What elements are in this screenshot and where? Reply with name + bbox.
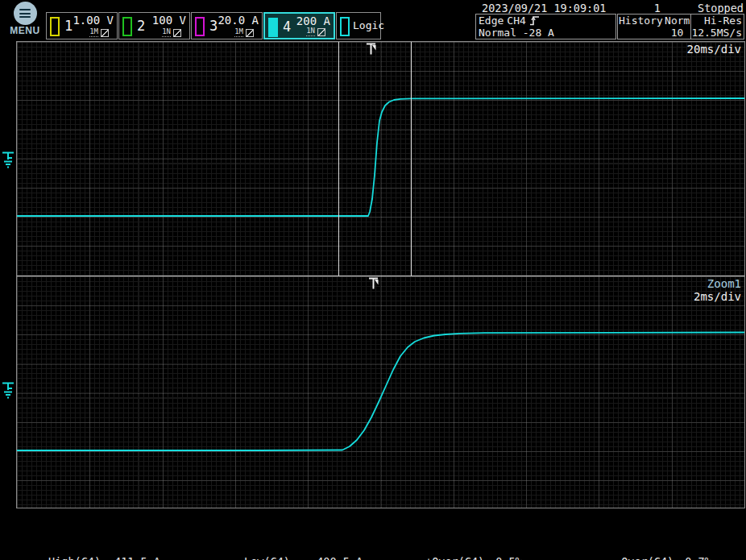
ch4-ground-marker-zoom[interactable] bbox=[1, 380, 16, 400]
menu-label: MENU bbox=[8, 25, 42, 36]
trigger-source: CH4 bbox=[507, 15, 525, 27]
channel-1-color-bar bbox=[50, 17, 60, 36]
channel-1-number: 1 bbox=[64, 18, 73, 34]
datetime: 2023/09/21 19:09:01 bbox=[482, 2, 606, 15]
acquisition-info-box[interactable]: History Norm 10 Hi-Res 12.5MS/s bbox=[617, 14, 744, 39]
channel-4-icons: 1N bbox=[306, 27, 325, 36]
impedance-icon: 1N bbox=[306, 27, 315, 36]
trigger-line2: Normal -28 A bbox=[479, 27, 613, 39]
channel-box-2[interactable]: 2 100 V 1N bbox=[118, 12, 190, 39]
measurement-low: Low(C4)-400.5 A bbox=[244, 555, 363, 560]
measurement-column-1: High(C4)411.5 A Rise(C4)1.62672ms bbox=[48, 529, 173, 560]
zoom-region-right-line[interactable] bbox=[411, 42, 412, 276]
main-waveform-window[interactable]: 20ms/div bbox=[17, 42, 744, 276]
impedance-icon: 1M bbox=[234, 28, 243, 37]
main-timebase-label: 20ms/div bbox=[687, 43, 741, 56]
channel-4-color-bar bbox=[268, 18, 278, 37]
measurement-column-2: Low(C4)-400.5 A Fall(C4)***** bbox=[244, 529, 363, 560]
acquisition-count: 1 bbox=[628, 2, 661, 15]
probe-icon bbox=[101, 29, 109, 37]
sample-rate: 12.5MS/s bbox=[691, 27, 742, 39]
history-count: 10 bbox=[619, 27, 690, 39]
zoom-timebase-label: 2ms/div bbox=[694, 290, 741, 303]
channel-4-scale: 200 A bbox=[296, 15, 330, 27]
ch4-trace-main bbox=[17, 42, 744, 276]
zoom-trigger-position-marker[interactable] bbox=[368, 277, 379, 290]
measurement-column-4: -Over(C4)0.7% bbox=[615, 529, 711, 560]
measurement-pover: +Over(C4)0.5% bbox=[425, 555, 522, 560]
measurement-value: 0.5% bbox=[484, 555, 522, 560]
channel-1-scale: 1.00 V bbox=[73, 14, 114, 27]
measurement-label: +Over(C4) bbox=[425, 555, 484, 560]
zoom-window-title: Zoom1 bbox=[707, 277, 741, 290]
channel-2-scale: 100 V bbox=[152, 14, 186, 27]
channel-2-color-bar bbox=[122, 17, 132, 36]
oscilloscope-screen: MENU 1 1.00 V 1M 2 100 V 1N 3 20.0 A bbox=[0, 0, 746, 560]
measurement-high: High(C4)411.5 A bbox=[48, 555, 173, 560]
channel-row: 1 1.00 V 1M 2 100 V 1N 3 20.0 A 1M bbox=[46, 12, 382, 39]
channel-box-1[interactable]: 1 1.00 V 1M bbox=[46, 12, 118, 39]
ch4-ground-marker-main[interactable] bbox=[1, 150, 16, 169]
probe-icon bbox=[246, 29, 254, 37]
trigger-info-box[interactable]: Edge CH4 Normal -28 A bbox=[475, 14, 616, 39]
channel-3-color-bar bbox=[195, 17, 205, 36]
measurement-label: High(C4) bbox=[48, 555, 103, 560]
channel-3-scale: 20.0 A bbox=[218, 14, 259, 27]
trigger-type: Edge bbox=[479, 15, 504, 27]
zoom-region-left-line[interactable] bbox=[338, 42, 339, 276]
resolution-section: Hi-Res 12.5MS/s bbox=[691, 15, 744, 39]
channel-3-icons: 1M bbox=[234, 28, 254, 37]
history-label: History bbox=[619, 15, 663, 27]
trigger-line1: Edge CH4 bbox=[479, 15, 613, 27]
run-status[interactable]: Stopped bbox=[698, 2, 744, 15]
history-section: History Norm 10 bbox=[618, 15, 691, 39]
channel-4-number: 4 bbox=[283, 19, 291, 35]
measurement-label: -Over(C4) bbox=[615, 555, 673, 560]
rising-edge-icon bbox=[529, 15, 540, 26]
probe-icon bbox=[173, 29, 181, 37]
resolution-mode: Hi-Res bbox=[691, 15, 742, 27]
menu-icon bbox=[14, 2, 37, 25]
measurement-label: Low(C4) bbox=[244, 555, 299, 560]
channel-box-4[interactable]: 4 200 A 1N bbox=[263, 12, 335, 39]
channel-2-number: 2 bbox=[137, 18, 145, 34]
trigger-position-marker[interactable] bbox=[366, 43, 377, 56]
measurement-column-3: +Over(C4)0.5% bbox=[425, 529, 522, 560]
zoom-waveform-window[interactable]: Zoom1 2ms/div bbox=[17, 276, 744, 508]
probe-icon bbox=[317, 28, 325, 36]
channel-box-3[interactable]: 3 20.0 A 1M bbox=[191, 12, 263, 39]
channel-3-number: 3 bbox=[209, 18, 218, 34]
impedance-icon: 1N bbox=[162, 28, 171, 37]
measurement-nover: -Over(C4)0.7% bbox=[615, 555, 711, 560]
logic-label: Logic bbox=[353, 19, 384, 31]
scope-display: 20ms/div Zoom1 2ms/div bbox=[16, 41, 745, 508]
impedance-icon: 1M bbox=[89, 28, 98, 37]
measurement-value: -400.5 A bbox=[299, 555, 363, 560]
menu-button[interactable]: MENU bbox=[8, 2, 42, 36]
logic-color-bar bbox=[340, 17, 350, 36]
channel-2-icons: 1N bbox=[162, 28, 181, 37]
measurement-value: 0.7% bbox=[673, 555, 711, 560]
acq-mode: Norm bbox=[665, 15, 690, 27]
measurement-value: 411.5 A bbox=[103, 555, 160, 560]
ch4-trace-zoom bbox=[17, 276, 744, 508]
logic-box[interactable]: Logic bbox=[336, 12, 381, 39]
channel-1-icons: 1M bbox=[89, 28, 109, 37]
